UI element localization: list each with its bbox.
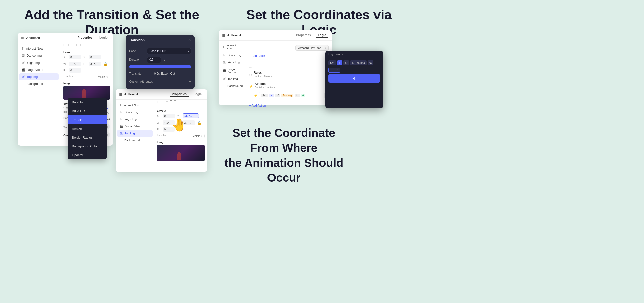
sidebar-item-background[interactable]: ☐ Background [18, 80, 60, 87]
lw-input[interactable] [328, 68, 340, 73]
add-action-btn[interactable]: + Add Action [249, 102, 329, 109]
rules-sub: Contains 0 rules [254, 75, 272, 78]
right-sidebar-yoga[interactable]: 🖼 Yoga Img [219, 59, 246, 66]
lw-of-tag: of [343, 60, 349, 65]
image-section-label-mid: Image [157, 141, 205, 144]
sidebar-item-top-img[interactable]: 🖼 Top Img [19, 73, 59, 80]
progress-bar [129, 65, 191, 68]
transition-popup: Transition ✕ Ease Ease In Out ▾ Duration… [126, 35, 195, 89]
custom-attrs-add-icon[interactable]: + [189, 79, 191, 84]
dropdown-item-build-in[interactable]: Build In [68, 98, 107, 107]
dropdown-item-translate[interactable]: Translate [68, 115, 107, 124]
tab-properties-mid[interactable]: Properties [170, 92, 189, 97]
timeline-label: Timeline [63, 75, 74, 78]
dropdown-item-bg-color[interactable]: Background Color [68, 142, 107, 151]
play-start-select[interactable]: Artboard Play Start ▾ [295, 45, 329, 51]
dropdown-item-resize[interactable]: Resize [68, 124, 107, 133]
align-center-icon-mid[interactable]: ⊥ [161, 100, 164, 104]
x-input[interactable] [69, 55, 81, 59]
align-bottom-icon-mid[interactable]: ⊥ [178, 100, 181, 104]
ease-label: Ease [129, 49, 145, 53]
lw-y-tag: Y [337, 60, 342, 65]
middle-artboard-panel: ⊞ Artboard Properties Logic ⊢ ⊥ ⊣ T ⊤ ⊥ … [116, 89, 207, 172]
image-section-label: Image [63, 82, 110, 85]
align-right-icon-mid[interactable]: ⊣ [166, 100, 169, 104]
sidebar-item-dance-img[interactable]: 🖼 Dance Img [18, 52, 60, 59]
ease-select[interactable]: Ease In Out ▾ [147, 48, 191, 54]
mid-sidebar: T Interact Now 🖼 Dance Img 🖼 Yoga Img 🎬 … [116, 89, 154, 172]
right-sidebar: T Interact Now 🖼 Dance Img 🖼 Yoga Img 🎬 … [219, 30, 246, 105]
dropdown-item-build-out[interactable]: Build Out [68, 107, 107, 115]
right-sidebar-interact[interactable]: T Interact Now [219, 42, 246, 52]
y-input[interactable] [89, 55, 101, 59]
duration-input[interactable] [147, 57, 161, 63]
sidebar-item-interact-now[interactable]: T Interact Now [18, 45, 60, 52]
action-set-tag: Set [261, 94, 268, 97]
action-value-tag: 0 [301, 94, 305, 97]
right-sidebar-yoga-video[interactable]: 🎬 Yoga Video [219, 66, 246, 75]
tab-properties-right[interactable]: Properties [294, 33, 313, 38]
rules-section: ⚙ Rules Contains 0 rules [249, 71, 329, 79]
h-input[interactable] [89, 62, 101, 66]
actions-section: ⚡ Actions Contains 1 actions ⚡ Set Y of … [249, 82, 329, 99]
logic-writer-panel: Logic Writer Set Y of 🖼 Top Img to 0 [325, 51, 383, 108]
actions-label: Actions [255, 82, 275, 86]
align-left-icon-mid[interactable]: ⊢ [157, 100, 160, 104]
image-thumbnail [63, 86, 110, 100]
align-top-icon-mid[interactable]: ⊤ [173, 100, 176, 104]
r-input[interactable] [69, 68, 81, 73]
right-sidebar-top-img[interactable]: 🖼 Top Img [219, 75, 246, 82]
mid-sidebar-yoga[interactable]: 🖼 Yoga Img [116, 116, 154, 123]
translate-delete-icon[interactable]: — [188, 72, 191, 76]
text-icon-mid[interactable]: T [170, 100, 172, 104]
tab-logic-left[interactable]: Logic [97, 35, 110, 40]
timeline-visible-badge-mid[interactable]: Visible ▾ [191, 134, 205, 138]
lw-topimg-tag: 🖼 Top Img [350, 60, 367, 65]
w-input[interactable] [69, 62, 81, 66]
timeline-label-mid: Timeline [157, 134, 167, 137]
add-block-btn[interactable]: + Add Block [249, 53, 329, 59]
lw-blue-bar[interactable]: 0 [328, 74, 380, 83]
translate-label: Translate [129, 72, 142, 75]
translate-value: 0.5s EaseInOut [154, 72, 175, 75]
left-sidebar: T Interact Now 🖼 Dance Img 🖼 Yoga Img 🎬 … [18, 33, 60, 146]
layout-label: Layout [63, 51, 110, 54]
mid-sidebar-yoga-video[interactable]: 🎬 Yoga Video [116, 123, 154, 130]
mid-sidebar-interact[interactable]: T Interact Now [116, 102, 154, 109]
mid-sidebar-background[interactable]: ☐ Background [116, 137, 154, 144]
right-artboard-panel: ⊞ Artboard Properties Logic T Interact N… [219, 30, 332, 105]
tab-properties-left[interactable]: Properties [76, 35, 94, 40]
logic-writer-header: Logic Writer [325, 51, 383, 58]
action-row: Set Y of Top Img to 0 [259, 92, 325, 99]
right-logic-content: Artboard Play Start ▾ + Add Block = 🗑 ⚙ … [246, 42, 332, 105]
bottom-text: Set the Coordinate From Wherethe Animati… [219, 126, 349, 186]
popup-title: Transition [129, 38, 145, 42]
actions-sub: Contains 1 actions [255, 86, 275, 89]
mid-sidebar-top-img[interactable]: 🖼 Top Img [117, 130, 153, 137]
right-sidebar-background[interactable]: ☐ Background [219, 82, 246, 89]
mid-y-input[interactable] [183, 113, 199, 118]
action-y-tag: Y [269, 94, 274, 97]
lw-set-row: Set Y of 🖼 Top Img to [328, 60, 380, 65]
custom-attrs-popup-label: Custom Attributes [129, 80, 153, 83]
dropdown-item-border-radius[interactable]: Border Radius [68, 133, 107, 142]
mid-sidebar-dance[interactable]: 🖼 Dance Img [116, 109, 154, 116]
duration-label: Duration [129, 58, 145, 62]
timeline-visible-badge[interactable]: Visible ▾ [96, 75, 110, 79]
hand-cursor-icon: 🤚 [172, 118, 187, 132]
mid-image-thumbnail [157, 145, 205, 161]
logic-eq-row: = 🗑 [249, 63, 329, 71]
action-to-tag: to [295, 94, 300, 97]
dropdown-item-opacity[interactable]: Opacity [68, 151, 107, 159]
sidebar-item-yoga-img[interactable]: 🖼 Yoga Img [18, 59, 60, 66]
popup-close-icon[interactable]: ✕ [188, 38, 191, 42]
sidebar-item-yoga-video[interactable]: 🎬 Yoga Video [18, 66, 60, 73]
animation-dropdown: Build In Build Out Translate Resize Bord… [68, 98, 107, 159]
layout-label-mid: Layout [157, 109, 205, 112]
mid-x-input[interactable] [163, 114, 175, 118]
lw-to-tag: to [368, 60, 373, 65]
action-of-tag: of [275, 94, 280, 97]
tab-logic-right[interactable]: Logic [316, 33, 328, 38]
right-sidebar-dance[interactable]: 🖼 Dance Img [219, 52, 246, 59]
tab-logic-mid[interactable]: Logic [192, 92, 204, 97]
